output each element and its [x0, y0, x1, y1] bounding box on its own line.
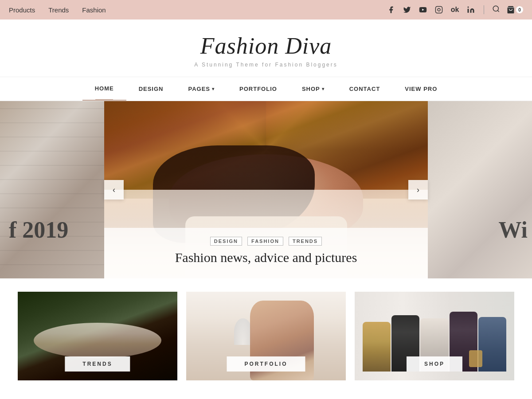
slide-tag-fashion[interactable]: FASHION — [247, 237, 283, 246]
slide-tag-trends[interactable]: TRENDS — [289, 237, 322, 246]
facebook-icon[interactable] — [386, 5, 396, 15]
linkedin-icon[interactable] — [466, 5, 476, 15]
nav-pages[interactable]: PAGES ▾ — [176, 77, 227, 101]
top-bar: Products Trends Fashion ok — [0, 0, 532, 20]
slide-caption: DESIGN FASHION TRENDS Fashion news, advi… — [104, 228, 428, 278]
pages-arrow: ▾ — [212, 86, 215, 91]
slide-title: Fashion news, advice and pictures — [122, 250, 410, 265]
svg-point-3 — [468, 7, 469, 8]
nav-design[interactable]: DESIGN — [126, 77, 176, 101]
top-nav: Products Trends Fashion — [9, 6, 106, 14]
top-bar-right: ok 0 — [386, 5, 523, 15]
card-trends-label: TRENDS — [65, 356, 130, 372]
site-subtitle: A Stunning Theme for Fashion Bloggers — [0, 62, 532, 68]
card-shop-label: SHOP — [407, 356, 462, 372]
slider-prev-button[interactable]: ‹ — [104, 180, 124, 200]
youtube-icon[interactable] — [418, 5, 428, 15]
shop-arrow: ▾ — [322, 86, 325, 91]
ok-icon[interactable]: ok — [450, 5, 460, 15]
category-cards: TRENDS PORTFOLIO SHOP — [0, 278, 532, 380]
slide-left-image — [0, 101, 104, 278]
slide-left: f 2019 — [0, 101, 104, 278]
site-title: Fashion Diva — [0, 33, 532, 59]
slide-tag-design[interactable]: DESIGN — [210, 237, 242, 246]
slide-tags: DESIGN FASHION TRENDS — [122, 237, 410, 246]
slider-next-button[interactable]: › — [408, 180, 428, 200]
card-portfolio-label: PORTFOLIO — [227, 356, 305, 372]
nav-home[interactable]: HOME — [82, 77, 126, 101]
cart-count: 0 — [516, 6, 523, 13]
cart-icon[interactable]: 0 — [506, 5, 523, 14]
nav-shop[interactable]: SHOP ▾ — [289, 77, 337, 101]
slide-right-image — [428, 101, 532, 278]
card-portfolio[interactable]: PORTFOLIO — [186, 292, 346, 380]
site-header: Fashion Diva A Stunning Theme for Fashio… — [0, 20, 532, 77]
twitter-icon[interactable] — [402, 5, 412, 15]
nav-contact[interactable]: CONTACT — [337, 77, 393, 101]
nav-view-pro[interactable]: VIEW PRO — [392, 77, 450, 101]
divider — [484, 5, 484, 14]
search-icon[interactable] — [492, 5, 500, 15]
svg-rect-1 — [436, 7, 442, 13]
main-nav: HOME DESIGN PAGES ▾ PORTFOLIO SHOP ▾ CON… — [0, 77, 532, 101]
slide-right: Wi — [428, 101, 532, 278]
top-nav-fashion[interactable]: Fashion — [82, 6, 106, 14]
svg-line-5 — [497, 10, 499, 12]
instagram-icon[interactable] — [434, 5, 444, 15]
top-nav-products[interactable]: Products — [9, 6, 35, 14]
card-trends[interactable]: TRENDS — [18, 292, 177, 380]
top-nav-trends[interactable]: Trends — [48, 6, 69, 14]
hero-slider: f 2019 Wi DESIGN FASHION TRENDS Fashion … — [0, 101, 532, 278]
card-shop[interactable]: SHOP — [355, 292, 514, 380]
slide-right-text: Wi — [498, 217, 528, 243]
nav-portfolio[interactable]: PORTFOLIO — [227, 77, 289, 101]
slide-left-text: f 2019 — [9, 217, 68, 243]
svg-point-4 — [493, 6, 498, 11]
